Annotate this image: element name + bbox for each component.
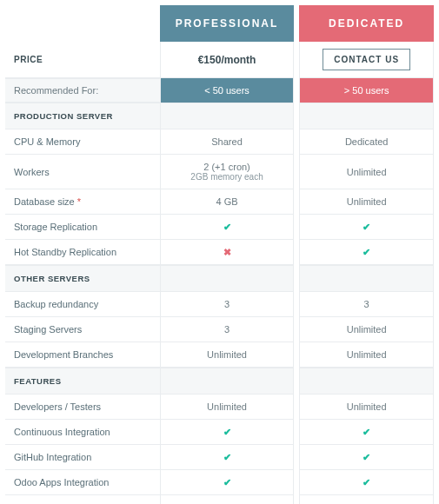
row-recommended: Recommended For: < 50 users > 50 users <box>5 78 434 103</box>
row-workers: Workers 2 (+1 cron) 2GB memory each Unli… <box>5 155 434 189</box>
label-recommended: Recommended For: <box>5 78 160 103</box>
pricing-table: PROFESSIONAL DEDICATED PRICE €150/month … <box>5 5 434 504</box>
section-production-server: PRODUCTION SERVER <box>5 103 434 129</box>
section-other-servers: OTHER SERVERS <box>5 265 434 292</box>
contact-us-button[interactable]: CONTACT US <box>323 49 410 70</box>
row-ci: Continuous Integration ✔ ✔ <box>5 420 434 445</box>
row-price: PRICE €150/month CONTACT US <box>5 42 434 78</box>
check-icon: ✔ <box>222 427 232 437</box>
check-icon: ✔ <box>222 452 232 462</box>
row-github: GitHub Integration ✔ ✔ <box>5 445 434 470</box>
row-db-size: Database size * 4 GB Unlimited <box>5 189 434 215</box>
check-icon: ✔ <box>362 247 372 257</box>
row-cpu-memory: CPU & Memory Shared Dedicated <box>5 129 434 155</box>
asterisk-icon: * <box>77 196 81 207</box>
check-icon: ✔ <box>222 477 232 487</box>
plan-header-dedicated: DEDICATED <box>299 5 434 42</box>
row-odoo-apps: Odoo Apps Integration ✔ ✔ <box>5 470 434 495</box>
check-icon: ✔ <box>362 427 372 437</box>
recommended-professional: < 50 users <box>160 78 295 103</box>
price-dedicated: CONTACT US <box>299 42 434 78</box>
plan-header-professional: PROFESSIONAL <box>160 5 295 42</box>
label-price: PRICE <box>5 42 160 78</box>
row-dev-branches: Development Branches Unlimited Unlimited <box>5 342 434 368</box>
check-icon: ✔ <box>222 222 232 232</box>
price-professional: €150/month <box>160 42 295 78</box>
check-icon: ✔ <box>362 477 372 487</box>
row-shell: Shell Access ✔ ✔ <box>5 495 434 504</box>
check-icon: ✔ <box>362 222 372 232</box>
row-backup-redundancy: Backup redundancy 3 3 <box>5 292 434 317</box>
pricing-table-container: PROFESSIONAL DEDICATED PRICE €150/month … <box>0 0 439 504</box>
row-hot-standby: Hot Standby Replication ✖ ✔ <box>5 240 434 265</box>
plan-header-row: PROFESSIONAL DEDICATED <box>5 5 434 42</box>
row-dev-testers: Developers / Testers Unlimited Unlimited <box>5 395 434 420</box>
check-icon: ✔ <box>362 452 372 462</box>
section-features: FEATURES <box>5 368 434 395</box>
cross-icon: ✖ <box>222 247 232 257</box>
row-staging-servers: Staging Servers 3 Unlimited <box>5 317 434 342</box>
row-storage-replication: Storage Replication ✔ ✔ <box>5 215 434 240</box>
recommended-dedicated: > 50 users <box>299 78 434 103</box>
